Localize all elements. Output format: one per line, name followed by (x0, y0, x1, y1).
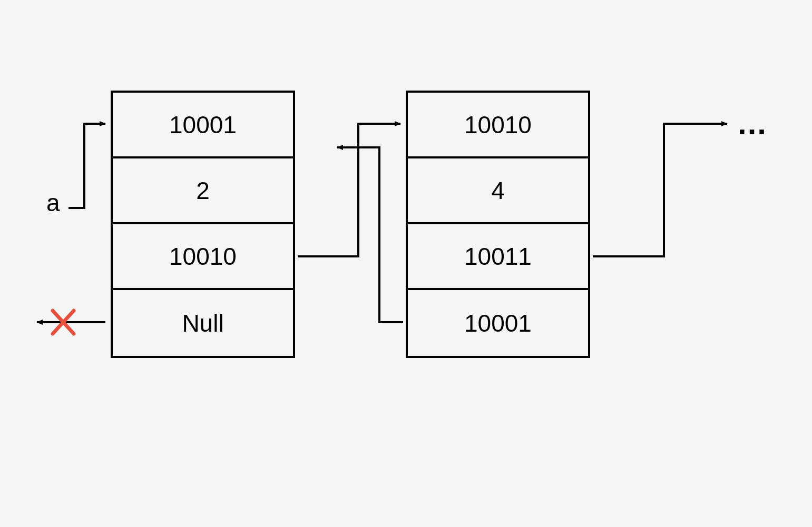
node-1: 10001 2 10010 Null (111, 91, 295, 358)
node-2-value: 4 (408, 158, 588, 224)
svg-line-1 (53, 311, 74, 334)
node-1-addr: 10001 (113, 93, 293, 158)
arrow-node2-prev-to-node1 (337, 147, 403, 322)
arrow-node1-next-to-node2 (298, 124, 400, 256)
node-2-addr: 10010 (408, 93, 588, 158)
node-2: 10010 4 10011 10001 (406, 91, 590, 358)
node-1-prev: Null (113, 290, 293, 356)
null-x-icon (53, 311, 74, 334)
arrow-node2-next-to-ellipsis (593, 124, 727, 256)
diagram-canvas: a 10001 2 10010 Null 10010 4 10011 10001… (0, 0, 812, 527)
pointer-label-a: a (46, 188, 60, 217)
node-2-next: 10011 (408, 224, 588, 290)
node-1-next: 10010 (113, 224, 293, 290)
arrow-a-to-node1 (69, 124, 105, 208)
svg-line-0 (53, 311, 74, 334)
node-1-value: 2 (113, 158, 293, 224)
node-2-prev: 10001 (408, 290, 588, 356)
ellipsis-label: ... (738, 105, 767, 142)
